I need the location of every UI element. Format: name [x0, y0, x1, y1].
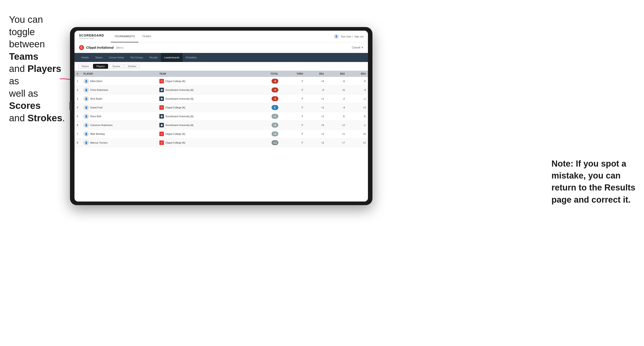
player-avatar: 👤 — [84, 96, 89, 101]
cell-rank: 3 — [74, 94, 81, 103]
team-logo: ▦ — [159, 123, 164, 127]
tab-printables[interactable]: Printables — [182, 53, 200, 62]
tab-tee-groups[interactable]: Tee Groups — [127, 53, 146, 62]
toggle-teams-button[interactable]: Teams — [78, 64, 92, 69]
score-badge: -8 — [272, 79, 278, 84]
cell-rd2: -2 — [326, 94, 347, 103]
cell-player: 👤 Elliot Ebert — [81, 77, 157, 86]
cell-thru: F — [280, 130, 306, 138]
tab-leaderboards[interactable]: Leaderboards — [161, 53, 182, 62]
cell-spacer — [244, 130, 253, 138]
cell-player: 👤 Cameron Robertson — [81, 121, 157, 130]
cell-rd1: +5 — [306, 121, 326, 130]
team-logo: C — [159, 141, 164, 145]
cell-team: C Clippd College [A] — [157, 130, 244, 138]
toggle-scores-button[interactable]: Scores — [109, 64, 124, 69]
cell-rd3: -4 — [347, 86, 368, 94]
logo-sub: Powered by clippd — [79, 37, 104, 39]
player-avatar: 👤 — [84, 140, 89, 145]
cell-rank: 4 — [74, 103, 81, 112]
tournament-title: C Clippd Invitational (Men) — [79, 45, 124, 50]
toggle-bar: Teams Players Scores Strokes — [74, 62, 368, 71]
team-logo: C — [159, 79, 164, 83]
tournament-icon: C — [79, 45, 84, 50]
toggle-strokes-button[interactable]: Strokes — [124, 64, 140, 69]
col-rd3: RD3 — [347, 71, 368, 77]
cell-total: -8 — [253, 77, 280, 86]
cell-thru: F — [280, 112, 306, 121]
user-avatar: 👤 — [334, 34, 339, 39]
leaderboard-table: # PLAYER TEAM TOTAL THRU RD1 RD2 RD3 1 👤 — [74, 71, 368, 201]
team-logo: ▦ — [159, 96, 164, 101]
cancel-button[interactable]: Cancel ✕ — [352, 46, 364, 49]
cell-team: C Clippd College [A] — [157, 77, 244, 86]
cell-rd1: +1 — [306, 112, 326, 121]
cell-spacer — [244, 86, 253, 94]
cell-rd3: +3 — [347, 103, 368, 112]
nav-tournaments[interactable]: TOURNAMENTS — [111, 31, 138, 42]
cell-rank: 5 — [74, 112, 81, 121]
table-row: 7 👤 Blair McHarg C Clippd College [A] +8… — [74, 130, 368, 138]
score-badge: +11 — [272, 140, 278, 145]
left-annotation: You can toggle between Teams and Players… — [9, 13, 70, 124]
players-table: # PLAYER TEAM TOTAL THRU RD1 RD2 RD3 1 👤 — [74, 71, 368, 147]
player-avatar: 👤 — [84, 78, 89, 84]
score-badge: E — [272, 105, 278, 110]
table-row: 2 👤 Chris Robertson ▦ Scoreboard Univers… — [74, 86, 368, 94]
tab-teams[interactable]: Teams — [92, 53, 106, 62]
cell-rd1: +1 — [306, 94, 326, 103]
cell-total: -2 — [253, 94, 280, 103]
cell-total: +1 — [253, 112, 280, 121]
cell-thru: F — [280, 86, 306, 94]
cell-thru: F — [280, 103, 306, 112]
cell-rd1: +1 — [306, 103, 326, 112]
table-row: 3 👤 Rich Butler ▦ Scoreboard University … — [74, 94, 368, 103]
cell-rank: 6 — [74, 121, 81, 130]
team-logo: C — [159, 132, 164, 136]
cell-team: C Clippd College [A] — [157, 103, 244, 112]
tab-course-setup[interactable]: Course Setup — [106, 53, 127, 62]
cell-rank: 2 — [74, 86, 81, 94]
cell-total: +11 — [253, 138, 280, 147]
table-row: 1 👤 Elliot Ebert C Clippd College [A] -8… — [74, 77, 368, 86]
cell-spacer — [244, 121, 253, 130]
cell-rank: 1 — [74, 77, 81, 86]
cell-thru: F — [280, 138, 306, 147]
nav-teams[interactable]: TEAMS — [138, 31, 154, 42]
score-badge: +6 — [272, 123, 278, 128]
cell-rd3: +2 — [347, 138, 368, 147]
tablet-screen: SCOREBOARD Powered by clippd TOURNAMENTS… — [74, 31, 368, 201]
cell-player: 👤 David Ford — [81, 103, 157, 112]
cell-spacer — [244, 112, 253, 121]
tablet-frame: SCOREBOARD Powered by clippd TOURNAMENTS… — [70, 27, 372, 205]
cell-player: 👤 Marcus Turners — [81, 138, 157, 147]
players-bold: Players — [28, 63, 61, 74]
top-nav: SCOREBOARD Powered by clippd TOURNAMENTS… — [74, 31, 368, 42]
tab-details[interactable]: Details — [78, 53, 92, 62]
cell-rd3: -1 — [347, 94, 368, 103]
cell-player: 👤 Rich Butler — [81, 94, 157, 103]
tab-results[interactable]: Results — [146, 53, 161, 62]
score-badge: -4 — [272, 87, 278, 92]
score-badge: +1 — [272, 114, 278, 119]
cell-rd2: +2 — [326, 121, 347, 130]
table-row: 5 👤 Rees Britt ▦ Scoreboard University [… — [74, 112, 368, 121]
toggle-players-button[interactable]: Players — [93, 64, 108, 69]
col-player: PLAYER — [81, 71, 157, 77]
table-row: 4 👤 David Ford C Clippd College [A] E F … — [74, 103, 368, 112]
cell-thru: F — [280, 77, 306, 86]
cell-total: E — [253, 103, 280, 112]
player-avatar: 👤 — [84, 87, 89, 93]
cell-rd1: -5 — [306, 86, 326, 94]
sign-out-link[interactable]: Sign out — [354, 35, 364, 38]
strokes-bold: Strokes — [28, 113, 62, 123]
col-rank: # — [74, 71, 81, 77]
cell-rd2: E — [326, 112, 347, 121]
cell-rd1: +2 — [306, 138, 326, 147]
cell-rd3: -1 — [347, 121, 368, 130]
team-logo: ▦ — [159, 114, 164, 119]
player-avatar: 👤 — [84, 105, 89, 110]
cell-spacer — [244, 138, 253, 147]
logo-text: SCOREBOARD — [79, 34, 104, 37]
col-spacer — [244, 71, 253, 77]
